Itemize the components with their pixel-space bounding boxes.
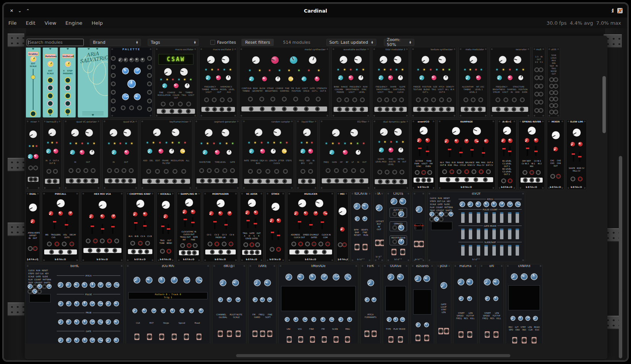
- module-card-mex[interactable]: ⊕⊕⊕⊕MEXbEfAcO: [337, 192, 348, 262]
- module-card-undular[interactable]: ♥♥UnDuLaRXStepPadding: [60, 48, 75, 117]
- module-label: CH2: [557, 159, 561, 162]
- module-card-magma[interactable]: ⊕⊕⊕⊕maGmaSTARTLENSPEEDFLT.TYPFREQRESKILL…: [454, 264, 477, 343]
- favorites-checkbox[interactable]: [210, 40, 215, 45]
- rack-vertical-scrollbar[interactable]: [619, 156, 622, 358]
- module-card-liquid-filter[interactable]: ⊕⊕⊕⊕liquid filterFREQRESINBP2LP2: [296, 120, 317, 189]
- minimize-button[interactable]: ⌄: [18, 8, 21, 13]
- module-card-chopping-kinky[interactable]: ⊕⊕⊕⊕CHOPPING KINKYIN AIN BCV ACV BbEfAcO: [126, 192, 154, 262]
- module-card-stmix[interactable]: ⊕⊕⊕⊕STMIXbEfAcO: [266, 192, 285, 262]
- jack-tag: [363, 244, 367, 250]
- brand-filter-select[interactable]: Brand ▲▼: [90, 39, 141, 46]
- browser-horizontal-scrollbar[interactable]: [236, 354, 510, 357]
- menu-engine[interactable]: Engine: [61, 19, 87, 27]
- module-card-canard[interactable]: ⊕⊕⊕⊕cANARdRECG/TSTRTLENREADSPDENVINDCLRE…: [506, 264, 542, 343]
- module-card-meta-modulator[interactable]: ⊕⊕⊕⊕meta modulatorALGORITHMINT. OSCTIMBR…: [459, 48, 487, 117]
- close-button[interactable]: ✕: [10, 8, 13, 13]
- module-card-palette[interactable]: ⊕⊕⊕⊕PALETTE: [110, 48, 152, 117]
- module-card-quad-vca[interactable]: ⊕⊕⊕⊕quad VCAINOUT: [103, 120, 138, 189]
- menu-help[interactable]: Help: [87, 19, 107, 27]
- module-card-slew-limiter[interactable]: ⊕⊕⊕⊕SLEW LIMITERSHAPERISE CVFALL CVbEfAc…: [567, 120, 586, 189]
- menu-file[interactable]: File: [4, 19, 21, 27]
- module-card-dikt-t[interactable]: ⊕⊕⊕⊕dIKT@TCHANNELROOT NOTEGLOBALSCALEbId…: [212, 264, 246, 343]
- module-card-late[interactable]: ⊕⊕⊕⊕lATeOFFSETRSTINOUTbId°°: [374, 192, 384, 262]
- module-card-dual-dynamics-gate[interactable]: ⊕⊕⊕⊕dual dynamics gateSHAPEMODMETERLEVEL…: [373, 120, 409, 189]
- module-card-fork[interactable]: ⊕⊕⊕⊕ForKPITCHFORMANTSbId°°: [361, 264, 380, 343]
- module-card-kickall[interactable]: ⊕⊕⊕⊕KICKALLTRIGOUTTUNEBENDbEfAcO: [157, 192, 174, 262]
- fader-icon: [477, 229, 480, 239]
- module-card-grabby[interactable]: ♥♥GrabbyExtScale: [26, 48, 40, 117]
- module-card-rotatoes[interactable]: ♥♥RotatoesExtScale: [43, 48, 58, 117]
- module-card-resonator[interactable]: ⊕⊕⊕⊕resonatorFREQUENCYSTRUCTUREBRIGHTNES…: [490, 48, 530, 117]
- module-card-ouaive[interactable]: ⊕⊕⊕⊕OUAIveTYPEPLAY MODEbId°°: [383, 264, 408, 343]
- module-card-modal-synthesizer[interactable]: ⊕⊕⊕⊕modal synthesizerCONTOURBOWBLOWSTRIK…: [240, 48, 329, 117]
- module-card-quad-vc-polarizer[interactable]: ⊕⊕⊕⊕quad VC-polarizerINOUT: [64, 120, 100, 189]
- module-labels: FINECOARSEFMTIMBREMODULATIONCOLORTRIGV/O…: [156, 91, 196, 99]
- module-card-dual-atenuverter[interactable]: ⊕⊕⊕⊕DUAL ATENUVERTERATENUVERTEROFFSETINO…: [26, 192, 40, 262]
- module-card-edsaros[interactable]: ⊕⊕⊕⊕eDsaroSbId°°: [411, 264, 434, 343]
- search-input[interactable]: [29, 40, 82, 45]
- module-card-mixer[interactable]: ⊕⊕⊕⊕MIXERCH1CH2CH3CH4OUTbEfAcO: [547, 120, 564, 189]
- module-card-bernoulli-gate[interactable]: ⊕⊕⊕⊕bernoulli gateINPOUT AOUT B: [43, 120, 61, 189]
- module-card-oai[interactable]: ⊕⊕⊕⊕oAISTARTLENSPEEDFLT.TYPFREQRESKILLbI…: [480, 264, 503, 343]
- module-card-utilities[interactable]: ⊕⊕⊕⊕utilitiesSIGNLOGICMAXMINS&HINTRIGNOI…: [548, 48, 560, 117]
- module-card-zo-ma[interactable]: ⊕⊕⊕⊕zOù MAïPattern 0 : Track 0Trig 1CLKR…: [126, 264, 210, 343]
- fader-handle: [508, 151, 511, 152]
- knob-icon: [285, 318, 289, 321]
- module-card-spring-reverb[interactable]: ⊕⊕⊕⊕SPRING REVERBDRY WETCV IN 1CV IN 2IN…: [519, 120, 545, 189]
- jack-icon: [299, 242, 302, 246]
- module-card-tidal-modulator-2[interactable]: ⊕⊕⊕⊕tidal modulator 2FREQUENCYSHAPESLOPE…: [372, 48, 409, 117]
- module-card-wavetable-oscillator[interactable]: ⊕⊕⊕⊕wavetable oscillatorBANKRANGEFREQUEN…: [332, 48, 370, 117]
- menu-edit[interactable]: Edit: [21, 19, 40, 27]
- module-card-tiare[interactable]: ⊕⊕⊕⊕TiAREFMFREQFINEHARDSOFTbId°°: [249, 264, 276, 343]
- module-card-limonade[interactable]: ⊕⊕⊕⊕liMonADeUNIV/OFINEFMSCANRNGbId°°: [279, 264, 358, 343]
- panel-row: [412, 276, 433, 281]
- module-card-tocante[interactable]: ⊕⊕⊕⊕tOCAnTeBPMBEATSBARFINERESETRUNbId°°: [351, 192, 371, 262]
- module-labels: RECG/TSTRTLENREADSPDENVINDCLREOC: [507, 326, 541, 331]
- knob-icon: [492, 202, 496, 207]
- module-card-keyframer-mixer[interactable]: ⊕⊕⊕⊕keyframer/mixerADDDELEDITFRAMEMODULA…: [141, 120, 192, 189]
- panel-row: [374, 148, 408, 153]
- menu-view[interactable]: View: [40, 19, 61, 27]
- module-card-hex-mix-vca[interactable]: ⊕⊕⊕⊕HEX MIX VCAbEfAcO: [81, 192, 123, 262]
- module-card-a-b-c[interactable]: ⊕⊕⊕⊕A+B+CB1 LEVELC1 LEVELOUT 1B2 LEVELC2…: [498, 120, 516, 189]
- zoom-select[interactable]: Zoom: 50% ▲▼: [384, 39, 414, 46]
- collapse-icon[interactable]: ∧ ∧: [611, 9, 614, 13]
- jack-icon: [156, 180, 160, 183]
- module-card-multiples[interactable]: ⊕⊕⊕⊕multiples1:3INOUT2:23:1: [533, 48, 545, 117]
- module-label: CLOCK: [28, 269, 35, 272]
- maximize-button[interactable]: ⌃: [26, 8, 29, 13]
- module-card[interactable]: ♥♥♥ARiASALVATRiCE: [78, 48, 108, 117]
- led-icon: [166, 79, 168, 80]
- module-card-morphader[interactable]: ⊕⊕⊕⊕MORPHADERCV 1CV 2CV 3CV 4FADER LINbE…: [203, 192, 238, 262]
- module-card-percall[interactable]: ⊕⊕⊕⊕PERCALLINsTRIGGERSVOLDECAYCVsOUTSbEf…: [42, 192, 79, 262]
- module-card[interactable]: ⊕⊕⊕⊕Havefun !!bId°°: [413, 192, 425, 262]
- sort-select[interactable]: Sort: Last updated ▲▼: [326, 39, 376, 46]
- module-card-random-sampler[interactable]: ⊕⊕⊕⊕random samplerRATESPREADDEJA VULENGT…: [242, 120, 294, 189]
- brand-logo: bEfAcO: [568, 185, 585, 188]
- search-box[interactable]: [27, 39, 84, 46]
- module-card-macro-oscillator-2[interactable]: ⊕⊕⊕⊕macro oscillator 2FREQUENCYHARMONICS…: [200, 48, 237, 117]
- module-card-texture-synthesizer[interactable]: ⊕⊕⊕⊕texture synthesizerFREEZEPOSITIONSIZ…: [411, 48, 456, 117]
- panel-row: [333, 98, 369, 102]
- module-card-segment-generator[interactable]: ⊕⊕⊕⊕segment generatorSHAPE/TIMETIME/LEVE…: [195, 120, 240, 189]
- module-preview: ADDDELEDITFRAMEMODULATIONALLFN.STEP: [142, 124, 191, 188]
- module-card-mixer[interactable]: ⊕⊕⊕⊕mixer: [26, 120, 40, 189]
- module-card-dtroy[interactable]: ⊕⊕⊕⊕dTrOYCLOCKRUNRESETSTEPSEXT CLKKEYSCA…: [428, 192, 525, 262]
- module-card-chute[interactable]: ⊕⊕⊕⊕ChUTEALTITUDEGRAVITYRESTITUTIONbId°°: [387, 192, 410, 262]
- reset-filters-button[interactable]: Reset filters: [241, 39, 274, 46]
- module-card-evenvco[interactable]: ⊕⊕⊕⊕evenVCOOCTAVETUNEPWMV/OCTFMSYNCEVENb…: [412, 120, 435, 189]
- module-card-eq-filter[interactable]: ⊕⊕⊕⊕EQ filterFREQGAINHPBPLPINOUT: [320, 120, 370, 189]
- module-card-muxlicer[interactable]: ⊕⊕⊕⊕MUXLICERADDRESSSPEED DIV/MULTCLOCK I…: [288, 192, 334, 262]
- knob-pointer: [451, 213, 452, 214]
- module-card-bordl[interactable]: ⊕⊕⊕⊕bordLCLOCKRUNRESETSTEPSEXT CLKKEYSCA…: [26, 264, 123, 343]
- module-card-vc-adsr[interactable]: ⊕⊕⊕⊕VC ADSRTRIGGATEOUTADSRSTATE GATESbEf…: [240, 192, 263, 262]
- browser-vertical-scrollbar[interactable]: [602, 76, 606, 133]
- module-card-sampling-modulator[interactable]: ⊕⊕⊕⊕SAMPLING MODULATORCLOCK/SYNC INCLOCK…: [177, 192, 201, 262]
- module-card-rampage[interactable]: ⊕⊕⊕⊕RAMPAGEIN ATRIGIN BRANGEBALANCEMINMA…: [438, 120, 495, 189]
- screw-icon: ⊕: [234, 48, 236, 50]
- module-card-macro-oscillator[interactable]: ⊕⊕⊕⊕macro oscillatorCSAWFINECOARSEFMTIMB…: [155, 48, 197, 117]
- tags-filter-select[interactable]: Tags ▲▼: [148, 39, 199, 46]
- jack-icon: [450, 170, 454, 173]
- knob-icon: [400, 199, 406, 204]
- module-card-po-pre[interactable]: ⊕⊕⊕⊕pOùPrEGATELOOPSTRTLENbId°°: [436, 264, 451, 343]
